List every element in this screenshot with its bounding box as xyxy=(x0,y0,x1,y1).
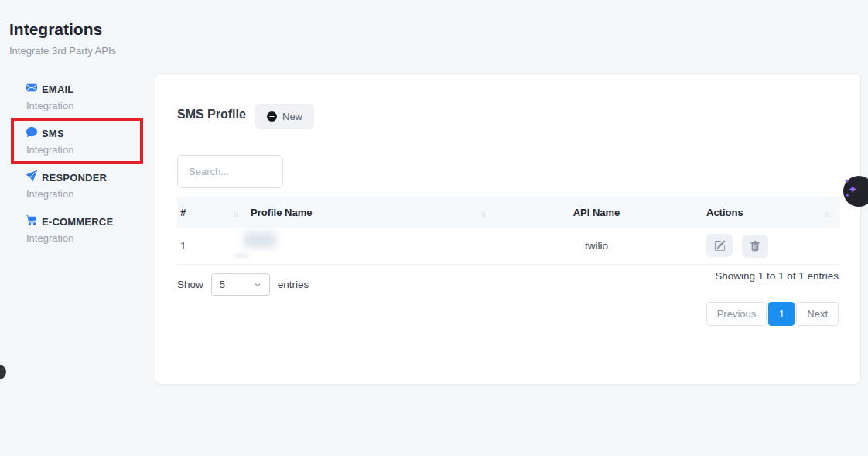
sort-icon[interactable]: ↑↓ xyxy=(233,210,238,218)
sidebar-item-ecommerce[interactable]: E-COMMERCE Integration xyxy=(26,214,150,244)
sidebar-item-label: E-COMMERCE xyxy=(42,216,113,228)
sidebar-item-sublabel: Integration xyxy=(26,100,150,111)
sms-profile-card: SMS Profile New # ↑↓ Profile Name ↑↓ API… xyxy=(155,73,861,385)
entries-label: entries xyxy=(278,279,309,290)
paper-plane-icon xyxy=(26,170,37,184)
edge-widget-button[interactable] xyxy=(0,365,6,379)
sidebar-item-sublabel: Integration xyxy=(26,188,150,200)
card-title: SMS Profile xyxy=(177,108,246,122)
sparkle-small-icon: ✦ xyxy=(845,192,850,199)
integrations-page: Integrations Integrate 3rd Party APIs EM… xyxy=(0,0,868,456)
page-subtitle: Integrate 3rd Party APIs xyxy=(9,45,116,57)
new-button-label: New xyxy=(282,111,302,122)
column-header-profile-name[interactable]: Profile Name ↑↓ xyxy=(248,207,496,218)
page-title: Integrations xyxy=(9,20,116,39)
actions-cell xyxy=(697,234,840,258)
search-input[interactable] xyxy=(177,155,283,188)
sort-icon[interactable]: ↑↓ xyxy=(825,210,829,218)
show-label: Show xyxy=(177,279,203,290)
entries-per-page-select[interactable]: 5 xyxy=(211,273,270,296)
redacted-profile-name-smudge xyxy=(234,254,248,257)
row-number-cell: 1 xyxy=(177,240,248,252)
column-header-actions[interactable]: Actions ↑↓ xyxy=(697,207,840,218)
column-header-api-name[interactable]: API Name xyxy=(496,207,697,218)
current-page-button[interactable]: 1 xyxy=(768,302,795,326)
trash-icon xyxy=(750,241,760,252)
table-header-row: # ↑↓ Profile Name ↑↓ API Name Actions ↑↓ xyxy=(177,197,840,228)
sort-icon[interactable]: ↑↓ xyxy=(480,210,485,218)
column-header-number[interactable]: # ↑↓ xyxy=(177,207,248,218)
page-header: Integrations Integrate 3rd Party APIs xyxy=(9,20,116,57)
entries-per-page-value: 5 xyxy=(220,279,225,290)
sparkle-small-icon: ✦ xyxy=(844,177,850,185)
delete-button[interactable] xyxy=(742,235,768,258)
redacted-profile-name xyxy=(244,232,276,248)
api-name-cell: twilio xyxy=(496,240,697,252)
previous-page-button[interactable]: Previous xyxy=(706,302,767,326)
sidebar-item-sms[interactable]: SMS Integration xyxy=(26,126,150,156)
table-info-text: Showing 1 to 1 of 1 entries xyxy=(715,270,839,282)
chat-bubble-icon xyxy=(26,126,37,140)
next-page-button[interactable]: Next xyxy=(796,302,839,326)
edit-icon xyxy=(714,240,726,252)
pagination: Previous 1 Next xyxy=(706,302,839,326)
sidebar-item-responder[interactable]: RESPONDER Integration xyxy=(26,170,150,200)
sidebar-item-sublabel: Integration xyxy=(26,232,150,244)
sidebar-item-email[interactable]: EMAIL Integration xyxy=(26,82,150,111)
table-row: 1 twilio xyxy=(177,228,840,265)
new-button[interactable]: New xyxy=(255,104,314,129)
sidebar-item-label: RESPONDER xyxy=(42,172,107,183)
envelope-icon xyxy=(26,82,37,96)
edit-button[interactable] xyxy=(706,234,733,257)
plus-circle-icon xyxy=(267,111,277,122)
chevron-down-icon xyxy=(254,282,261,288)
length-menu: Show 5 entries xyxy=(177,273,309,296)
sidebar-item-label: SMS xyxy=(42,128,64,139)
sidebar-item-label: EMAIL xyxy=(42,84,73,95)
ai-assistant-button[interactable]: ✦ ✦ ✦ xyxy=(843,176,868,207)
sidebar-item-sublabel: Integration xyxy=(26,144,150,156)
sms-profile-table: # ↑↓ Profile Name ↑↓ API Name Actions ↑↓… xyxy=(177,197,840,265)
shopping-cart-icon xyxy=(26,214,37,228)
